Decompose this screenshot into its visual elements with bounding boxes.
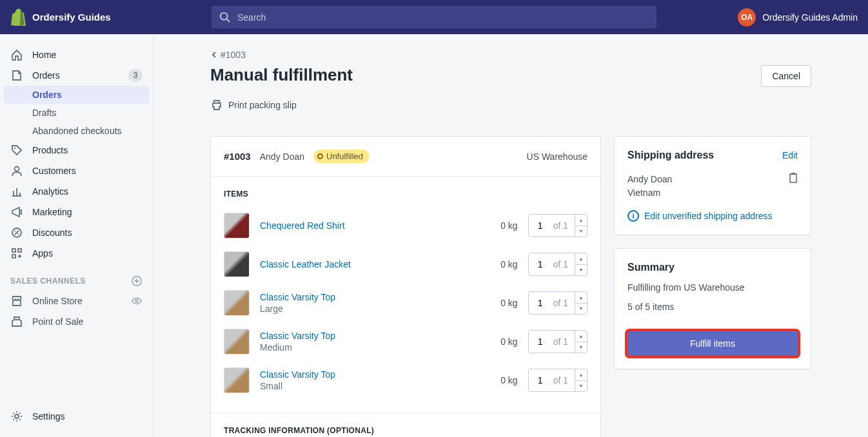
quantity-stepper[interactable]: of 1 ▲ ▼ [528, 369, 587, 392]
fulfill-items-button[interactable]: Fulfill items [627, 331, 798, 356]
item-weight: 0 kg [479, 259, 518, 269]
nav-analytics[interactable]: Analytics [0, 181, 153, 202]
gear-icon [10, 410, 23, 423]
decrement-button[interactable]: ▼ [575, 381, 587, 392]
product-thumbnail [224, 367, 250, 393]
item-name-link[interactable]: Classic Varsity Top [260, 369, 469, 380]
item-weight: 0 kg [479, 336, 518, 347]
item-info: Chequered Red Shirt [260, 220, 469, 231]
nav-orders[interactable]: Orders 3 [0, 65, 153, 86]
search-icon [219, 12, 231, 23]
info-icon: i [627, 210, 639, 222]
nav-products[interactable]: Products [0, 140, 153, 160]
svg-point-2 [14, 148, 15, 149]
subnav-drafts[interactable]: Drafts [0, 104, 153, 122]
quantity-stepper[interactable]: of 1 ▲ ▼ [528, 214, 587, 237]
svg-point-5 [15, 231, 16, 232]
product-thumbnail [224, 329, 250, 354]
tracking-section: TRACKING INFORMATION (OPTIONAL) [211, 413, 600, 437]
back-link[interactable]: #1003 [210, 50, 246, 60]
decrement-button[interactable]: ▼ [575, 265, 587, 276]
nav-settings[interactable]: Settings [0, 406, 153, 427]
quantity-input[interactable] [529, 292, 552, 314]
quantity-input[interactable] [529, 215, 552, 237]
customer-name: Andy Doan [260, 151, 304, 162]
decrement-button[interactable]: ▼ [575, 342, 587, 353]
items-label: ITEMS [224, 189, 587, 199]
item-name-link[interactable]: Chequered Red Shirt [260, 220, 469, 231]
line-item: Chequered Red Shirt 0 kg of 1 ▲ ▼ [224, 206, 587, 245]
order-number: #1003 [224, 151, 251, 162]
add-channel-icon[interactable] [131, 275, 143, 287]
cancel-button[interactable]: Cancel [761, 65, 811, 87]
increment-button[interactable]: ▲ [575, 331, 587, 342]
logo-area[interactable]: Ordersify Guides [10, 8, 212, 26]
increment-button[interactable]: ▲ [575, 369, 587, 381]
line-item: Classic Varsity Top Small 0 kg of 1 ▲ ▼ [224, 361, 587, 400]
svg-point-0 [221, 12, 228, 19]
spinner: ▲ ▼ [575, 292, 587, 314]
quantity-stepper[interactable]: of 1 ▲ ▼ [528, 253, 587, 276]
item-name-link[interactable]: Classic Leather Jacket [260, 259, 469, 269]
item-name-link[interactable]: Classic Varsity Top [260, 292, 469, 302]
quantity-input[interactable] [529, 369, 552, 391]
summary-title: Summary [627, 262, 798, 273]
nav-marketing[interactable]: Marketing [0, 202, 153, 222]
item-weight: 0 kg [479, 220, 518, 231]
nav-apps[interactable]: Apps [0, 243, 153, 264]
spinner: ▲ ▼ [575, 253, 587, 275]
quantity-stepper[interactable]: of 1 ▲ ▼ [528, 330, 587, 353]
nav-home[interactable]: Home [0, 44, 153, 65]
quantity-of-label: of 1 [552, 253, 575, 275]
pos-icon [10, 315, 23, 328]
item-info: Classic Varsity Top Small [260, 369, 469, 391]
print-packing-slip[interactable]: Print packing slip [210, 99, 297, 112]
decrement-button[interactable]: ▼ [575, 226, 587, 237]
nav-customers[interactable]: Customers [0, 160, 153, 181]
increment-button[interactable]: ▲ [575, 215, 587, 226]
svg-rect-8 [18, 249, 21, 252]
item-weight: 0 kg [479, 375, 518, 385]
topbar: Ordersify Guides OA Ordersify Guides Adm… [0, 0, 868, 34]
increment-button[interactable]: ▲ [575, 292, 587, 304]
address-name: Andy Doan [627, 173, 798, 186]
edit-address-link[interactable]: Edit [782, 150, 798, 160]
nav-label: Marketing [32, 207, 72, 217]
item-info: Classic Leather Jacket [260, 259, 469, 269]
decrement-button[interactable]: ▼ [575, 304, 587, 315]
channel-online-store[interactable]: Online Store [0, 291, 153, 311]
orders-badge: 3 [128, 69, 143, 82]
verify-address-link[interactable]: i Edit unverified shipping address [627, 210, 798, 222]
search-input[interactable] [237, 12, 649, 23]
subnav-orders[interactable]: Orders [4, 86, 149, 104]
summary-count: 5 of 5 items [627, 302, 798, 312]
subnav-abandoned[interactable]: Abandoned checkouts [0, 122, 153, 140]
shipping-title: Shipping address [627, 150, 714, 161]
admin-name[interactable]: Ordersify Guides Admin [762, 12, 858, 23]
tracking-label: TRACKING INFORMATION (OPTIONAL) [224, 426, 587, 435]
search-box[interactable] [212, 6, 656, 28]
channel-label: Online Store [32, 296, 83, 306]
increment-button[interactable]: ▲ [575, 253, 587, 265]
quantity-input[interactable] [529, 253, 552, 275]
avatar[interactable]: OA [738, 8, 756, 26]
summary-card: Summary Fulfilling from US Warehouse 5 o… [614, 248, 811, 369]
sidebar: Home Orders 3 Orders Drafts Abandoned ch… [0, 34, 153, 437]
shipping-card: Shipping address Edit Andy Doan Vietnam … [614, 136, 811, 235]
quantity-stepper[interactable]: of 1 ▲ ▼ [528, 291, 587, 315]
line-item: Classic Varsity Top Large 0 kg of 1 ▲ ▼ [224, 284, 587, 322]
item-name-link[interactable]: Classic Varsity Top [260, 331, 469, 341]
address-country: Vietnam [627, 186, 798, 200]
channel-pos[interactable]: Point of Sale [0, 311, 153, 332]
nav-discounts[interactable]: Discounts [0, 222, 153, 243]
clipboard-icon[interactable] [789, 173, 798, 183]
nav-label: Home [32, 50, 56, 60]
location-label: US Warehouse [527, 151, 587, 162]
items-section: ITEMS Chequered Red Shirt 0 kg of 1 ▲ ▼ … [211, 177, 600, 413]
quantity-input[interactable] [529, 331, 552, 353]
marketing-icon [10, 206, 23, 218]
spinner: ▲ ▼ [575, 331, 587, 353]
view-icon[interactable] [131, 295, 143, 307]
svg-rect-14 [791, 173, 795, 175]
print-icon [210, 99, 223, 112]
